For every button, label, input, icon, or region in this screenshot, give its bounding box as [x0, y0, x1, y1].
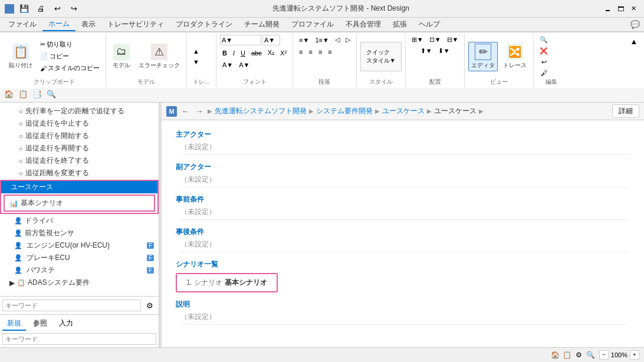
tree-item-power-steering[interactable]: 👤 パワステ F — [0, 264, 159, 277]
superscript-button[interactable]: X² — [278, 48, 289, 58]
breadcrumb-link-root[interactable]: 先進運転システムソフト開発 — [215, 106, 307, 116]
tab-input[interactable]: 入力 — [54, 317, 78, 331]
menu-help[interactable]: ヘルプ — [413, 18, 446, 31]
paste-button[interactable]: 📋 貼り付け — [6, 42, 35, 71]
edit-btn2[interactable]: ❌ — [537, 46, 550, 56]
tree-item-adas[interactable]: ▶ 📋 ADASシステム要件 — [0, 277, 159, 289]
menu-extend[interactable]: 拡張 — [387, 18, 413, 31]
down-button[interactable]: ▼ — [190, 57, 202, 67]
undo-icon[interactable]: ↩ — [51, 2, 64, 15]
underline-button[interactable]: U — [238, 48, 248, 58]
tree-item-brake-ecu[interactable]: 👤 ブレーキECU F — [0, 252, 159, 264]
justify-button[interactable]: ≡ — [326, 47, 334, 57]
status-settings-icon[interactable]: ⚙ — [574, 350, 584, 360]
error-check-button[interactable]: ⚠ エラーチェック — [136, 42, 183, 71]
toolbar-list2-icon[interactable]: 📑 — [31, 88, 44, 101]
collapse-ribbon-button[interactable]: ▲ — [627, 35, 640, 48]
print-icon[interactable]: 🖨 — [34, 2, 47, 15]
title-bar: 💾 🖨 ↩ ↪ 先進運転システムソフト開発 - Next Design 🗕 🗖 … — [0, 0, 644, 18]
indent-decrease-button[interactable]: ◁ — [333, 35, 342, 45]
menu-traceability[interactable]: トレーサビリティ — [101, 18, 170, 31]
toolbar-home-icon[interactable]: 🏠 — [2, 88, 15, 101]
trace-view-button[interactable]: 🔀 トレース — [500, 42, 530, 71]
edit-btn3[interactable]: ↩ — [539, 57, 549, 67]
menu-profile[interactable]: プロファイル — [285, 18, 340, 31]
search-input[interactable] — [2, 300, 141, 311]
subscript-button[interactable]: X₂ — [265, 48, 277, 58]
edit-btn4[interactable]: 🖋 — [538, 68, 550, 78]
toolbar-search-icon[interactable]: 🔍 — [45, 88, 58, 101]
zoom-out-button[interactable]: − — [599, 350, 609, 360]
bold-button[interactable]: B — [220, 48, 229, 58]
style-selector[interactable]: クイックスタイル▼ — [360, 42, 402, 71]
tree-item-follow-distance[interactable]: ○ 先行車を一定の距離で追従する — [0, 105, 159, 117]
menu-file[interactable]: ファイル — [2, 18, 42, 31]
align-center-button[interactable]: ≡ — [306, 47, 314, 57]
status-list-icon[interactable]: 📋 — [563, 350, 572, 360]
strikethrough-button[interactable]: abc — [249, 48, 264, 58]
edit-btn1[interactable]: 🔍 — [537, 35, 550, 45]
engine-ecu-icon: 👤 — [14, 242, 22, 249]
up-button[interactable]: ▲ — [190, 47, 202, 56]
editor-button[interactable]: ✏ エディタ — [468, 42, 498, 71]
styles-copy-button[interactable]: 🖌 スタイルのコピー — [38, 62, 102, 74]
menu-team-dev[interactable]: チーム開発 — [238, 18, 285, 31]
keyword-input[interactable] — [2, 333, 156, 345]
font-family-select[interactable]: A▼ — [220, 35, 261, 45]
list-button[interactable]: ≡▼ — [297, 35, 311, 45]
search-options-icon[interactable]: ⚙ — [143, 299, 156, 312]
align-left-button[interactable]: ≡ — [297, 47, 305, 57]
adas-expander[interactable]: ▶ — [9, 279, 15, 287]
breadcrumb-link-system[interactable]: システム要件開発 — [316, 106, 373, 116]
tree-item-resume-follow[interactable]: ○ 追従走行を再開する — [0, 142, 159, 154]
layout-btn4[interactable]: ⬆▼ — [418, 46, 435, 56]
tree-item-scenario[interactable]: 📊 基本シナリオ — [7, 197, 68, 209]
layout-btn5[interactable]: ⬇▼ — [436, 46, 452, 56]
tree-item-start-follow[interactable]: ○ 追従走行を開始する — [0, 130, 159, 142]
model-label: モデル — [110, 78, 183, 86]
status-home-icon[interactable]: 🏠 — [551, 350, 560, 360]
chat-icon[interactable]: 💬 — [629, 18, 642, 31]
layout-btn3[interactable]: ⊟▼ — [445, 35, 461, 45]
align-right-button[interactable]: ≡ — [316, 47, 324, 57]
redo-icon[interactable]: ↪ — [67, 2, 80, 15]
close-button[interactable]: ✕ — [627, 3, 639, 15]
maximize-button[interactable]: 🗖 — [615, 3, 626, 15]
breadcrumb-back-button[interactable]: ← — [179, 106, 191, 117]
font-color-button[interactable]: A▼ — [220, 60, 235, 70]
minimize-button[interactable]: 🗕 — [602, 3, 613, 15]
toolbar-list-icon[interactable]: 📋 — [17, 88, 29, 101]
tree-item-usecase[interactable]: ユースケース — [1, 181, 157, 193]
tree-item-stop-follow[interactable]: ○ 追従走行を中止する — [0, 117, 159, 130]
tab-new[interactable]: 新規 — [2, 317, 26, 331]
menu-home[interactable]: ホーム — [42, 18, 75, 31]
tree-item-end-follow[interactable]: ○ 追従走行を終了する — [0, 154, 159, 167]
numbered-list-button[interactable]: 1≡▼ — [313, 35, 331, 45]
scenario-entry[interactable]: 1. シナリオ 基本シナリオ — [176, 273, 278, 292]
field-precondition-value: （未設定） — [180, 207, 630, 220]
layout-btn1[interactable]: ⊞▼ — [409, 35, 426, 45]
cut-button[interactable]: ✂ 切り取り — [38, 39, 102, 50]
italic-button[interactable]: I — [231, 48, 237, 58]
save-icon[interactable]: 💾 — [18, 2, 31, 15]
tree-item-front-sensor[interactable]: 👤 前方監視センサ — [0, 227, 159, 239]
copy-button[interactable]: 📄 コピー — [38, 51, 102, 62]
menu-product-line[interactable]: プロダクトライン — [170, 18, 238, 31]
font-label: フォント — [220, 78, 289, 86]
layout-btn2[interactable]: ⊡▼ — [427, 35, 443, 45]
breadcrumb-link-usecase[interactable]: ユースケース — [382, 106, 425, 116]
highlight-button[interactable]: A▼ — [236, 60, 252, 70]
indent-increase-button[interactable]: ▷ — [343, 35, 353, 45]
model-button[interactable]: 🗂 モデル — [110, 42, 133, 71]
font-size-select[interactable]: A▼ — [262, 35, 280, 45]
detail-button[interactable]: 詳細 — [612, 104, 639, 118]
tab-reference[interactable]: 参照 — [28, 317, 52, 331]
menu-bug-management[interactable]: 不具合管理 — [340, 18, 387, 31]
status-search-icon[interactable]: 🔍 — [586, 350, 596, 360]
menu-view[interactable]: 表示 — [75, 18, 101, 31]
breadcrumb-forward-button[interactable]: → — [193, 106, 205, 117]
tree-item-change-distance[interactable]: ○ 追従距離を変更する — [0, 167, 159, 179]
tree-item-driver[interactable]: 👤 ドライバ — [0, 215, 159, 227]
zoom-in-button[interactable]: + — [630, 350, 639, 360]
tree-item-engine-ecu[interactable]: 👤 エンジンECU(or HV-ECU) F — [0, 239, 159, 252]
